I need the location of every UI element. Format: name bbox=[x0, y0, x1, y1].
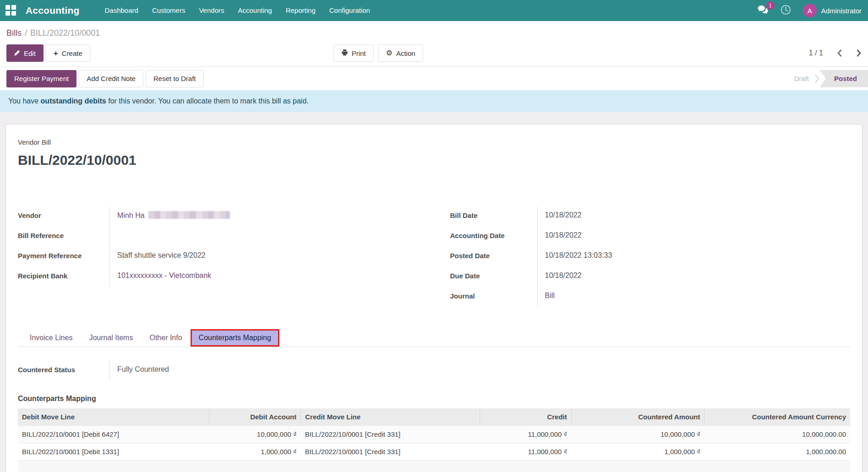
recipient-bank-link[interactable]: 101xxxxxxxxx - Vietcombank bbox=[117, 271, 211, 279]
tab-journal-items[interactable]: Journal Items bbox=[81, 329, 141, 347]
accounting-date-label: Accounting Date bbox=[450, 227, 537, 247]
bill-date-value: 10/18/2022 bbox=[537, 206, 851, 227]
menu-accounting[interactable]: Accounting bbox=[231, 0, 278, 21]
column-debit-account[interactable]: Debit Account bbox=[209, 408, 301, 426]
print-button[interactable]: Print bbox=[334, 44, 374, 62]
create-button[interactable]: + Create bbox=[46, 44, 90, 62]
app-title: Accounting bbox=[26, 5, 80, 16]
column-countered-amount-currency[interactable]: Countered Amount Currency bbox=[704, 408, 850, 426]
messages-button[interactable]: 1 bbox=[758, 5, 769, 16]
table-row[interactable]: BILL/2022/10/0001 [Debit 6427] 10,000,00… bbox=[18, 426, 850, 443]
journal-label: Journal bbox=[450, 287, 537, 307]
posted-date-label: Posted Date bbox=[450, 247, 537, 267]
field-countered-status: Countered Status Fully Countered bbox=[18, 361, 850, 381]
field-bill-reference: Bill Reference bbox=[18, 227, 418, 247]
bill-reference-value bbox=[109, 227, 418, 247]
chevron-right-icon bbox=[814, 70, 819, 87]
user-menu[interactable]: A Administrator bbox=[803, 4, 862, 17]
pencil-icon bbox=[14, 49, 20, 57]
column-debit-move-line[interactable]: Debit Move Line bbox=[18, 408, 209, 426]
posted-date-value: 10/18/2022 13:03:33 bbox=[537, 247, 851, 267]
due-date-value: 10/18/2022 bbox=[537, 267, 851, 287]
breadcrumb-current: BILL/2022/10/0001 bbox=[30, 28, 100, 38]
gear-icon: ⚙ bbox=[386, 49, 393, 57]
register-payment-button[interactable]: Register Payment bbox=[6, 70, 76, 87]
field-journal: Journal Bill bbox=[450, 287, 851, 307]
vendor-label: Vendor bbox=[18, 206, 109, 227]
cell-countered-amount: 10,000,000 ₫ bbox=[571, 426, 704, 443]
countered-status-value: Fully Countered bbox=[109, 361, 850, 381]
breadcrumb-bills-link[interactable]: Bills bbox=[6, 28, 22, 38]
breadcrumb: Bills/BILL/2022/10/0001 bbox=[6, 28, 862, 38]
field-payment-reference: Payment Reference Staff shuttle service … bbox=[18, 247, 418, 267]
cell-countered-amount: 1,000,000 ₫ bbox=[571, 443, 704, 461]
activities-button[interactable] bbox=[781, 5, 791, 17]
column-countered-amount[interactable]: Countered Amount bbox=[571, 408, 704, 426]
pager: 1 / 1 bbox=[809, 49, 862, 57]
counterparts-mapping-table: Debit Move Line Debit Account Credit Mov… bbox=[18, 408, 850, 460]
banner-text-after: for this vendor. You can allocate them t… bbox=[106, 97, 309, 105]
cell-credit-move-line: BILL/2022/10/0001 [Credit 331] bbox=[301, 426, 480, 443]
field-group-right: Bill Date 10/18/2022 Accounting Date 10/… bbox=[450, 206, 851, 307]
menu-vendors[interactable]: Vendors bbox=[192, 0, 231, 21]
bill-form-sheet: Vendor Bill BILL/2022/10/0001 Vendor Min… bbox=[5, 124, 863, 472]
banner-text-bold: outstanding debits bbox=[41, 97, 106, 105]
banner-text-before: You have bbox=[8, 97, 41, 105]
vendor-name-redacted bbox=[148, 211, 230, 219]
counterparts-mapping-title: Counterparts Mapping bbox=[18, 395, 850, 403]
user-name: Administrator bbox=[821, 7, 862, 15]
printer-icon bbox=[342, 49, 348, 57]
edit-button[interactable]: Edit bbox=[6, 44, 44, 62]
avatar: A bbox=[803, 4, 817, 17]
table-footer bbox=[18, 460, 850, 472]
action-button[interactable]: ⚙ Action bbox=[378, 44, 423, 62]
menu-configuration[interactable]: Configuration bbox=[322, 0, 377, 21]
column-credit[interactable]: Credit bbox=[480, 408, 571, 426]
tab-other-info[interactable]: Other Info bbox=[141, 329, 190, 347]
clock-icon bbox=[781, 5, 791, 17]
messages-count-badge: 1 bbox=[766, 1, 775, 10]
pager-previous-button[interactable] bbox=[837, 49, 842, 57]
due-date-label: Due Date bbox=[450, 267, 537, 287]
recipient-bank-label: Recipient Bank bbox=[18, 267, 109, 287]
state-draft[interactable]: Draft bbox=[786, 70, 814, 87]
column-credit-move-line[interactable]: Credit Move Line bbox=[301, 408, 480, 426]
table-header-row: Debit Move Line Debit Account Credit Mov… bbox=[18, 408, 850, 426]
pager-next-button[interactable] bbox=[856, 49, 862, 57]
tab-counterparts-mapping[interactable]: Counterparts Mapping bbox=[191, 329, 279, 347]
pager-counter[interactable]: 1 / 1 bbox=[809, 49, 823, 57]
apps-grid-icon[interactable] bbox=[5, 5, 16, 16]
field-posted-date: Posted Date 10/18/2022 13:03:33 bbox=[450, 247, 851, 267]
bill-date-label: Bill Date bbox=[450, 206, 537, 227]
cell-countered-amount-currency: 1,000,000.00 bbox=[704, 443, 850, 461]
accounting-date-value: 10/18/2022 bbox=[537, 227, 851, 247]
top-navbar: Accounting Dashboard Customers Vendors A… bbox=[0, 0, 868, 21]
tab-invoice-lines[interactable]: Invoice Lines bbox=[22, 329, 81, 347]
payment-reference-label: Payment Reference bbox=[18, 247, 109, 267]
table-row[interactable]: BILL/2022/10/0001 [Debit 1331] 1,000,000… bbox=[18, 443, 850, 461]
control-panel: Bills/BILL/2022/10/0001 Edit + Create Pr… bbox=[0, 21, 868, 66]
state-posted[interactable]: Posted bbox=[819, 70, 868, 87]
journal-link[interactable]: Bill bbox=[545, 292, 555, 299]
cell-credit: 11,000,000 ₫ bbox=[480, 443, 571, 461]
countered-status-label: Countered Status bbox=[18, 361, 109, 381]
field-due-date: Due Date 10/18/2022 bbox=[450, 267, 851, 287]
menu-reporting[interactable]: Reporting bbox=[279, 0, 322, 21]
field-recipient-bank: Recipient Bank 101xxxxxxxxx - Vietcomban… bbox=[18, 267, 418, 287]
cell-credit: 11,000,000 ₫ bbox=[480, 426, 571, 443]
payment-reference-value: Staff shuttle service 9/2022 bbox=[109, 247, 418, 267]
vendor-link[interactable]: Minh Ha bbox=[117, 212, 145, 219]
cell-debit-account: 1,000,000 ₫ bbox=[209, 443, 301, 461]
add-credit-note-button[interactable]: Add Credit Note bbox=[79, 70, 143, 87]
document-type-label: Vendor Bill bbox=[18, 138, 850, 146]
cell-debit-account: 10,000,000 ₫ bbox=[209, 426, 301, 443]
main-menu: Dashboard Customers Vendors Accounting R… bbox=[98, 0, 377, 21]
field-accounting-date: Accounting Date 10/18/2022 bbox=[450, 227, 851, 247]
menu-customers[interactable]: Customers bbox=[145, 0, 192, 21]
reset-to-draft-button[interactable]: Reset to Draft bbox=[146, 70, 204, 87]
menu-dashboard[interactable]: Dashboard bbox=[98, 0, 145, 21]
field-vendor: Vendor Minh Ha bbox=[18, 206, 418, 227]
field-group-left: Vendor Minh Ha Bill Reference Payment Re… bbox=[18, 206, 418, 307]
breadcrumb-separator: / bbox=[25, 28, 27, 38]
outstanding-debits-banner: You have outstanding debits for this ven… bbox=[0, 90, 868, 112]
